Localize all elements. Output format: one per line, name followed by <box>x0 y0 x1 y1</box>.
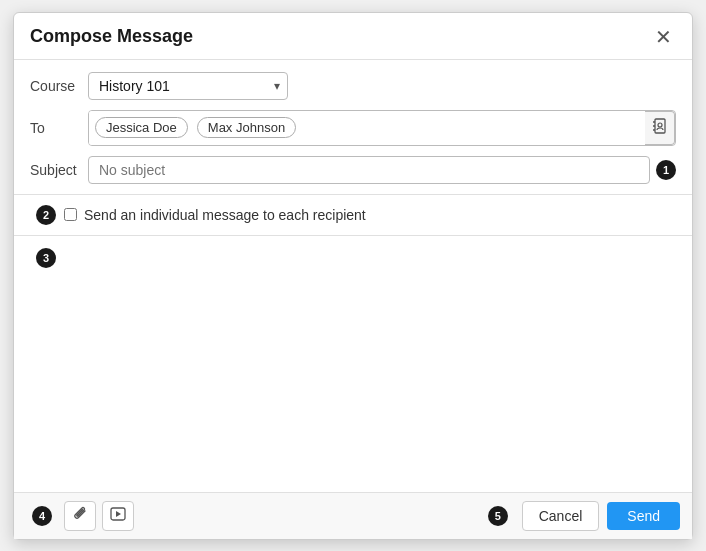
close-button[interactable]: ✕ <box>651 25 676 49</box>
dialog-title: Compose Message <box>30 26 193 47</box>
badge-3: 3 <box>36 248 56 268</box>
subject-input-wrapper: 1 <box>88 156 676 184</box>
form-section: Course History 101 Math 201 English 301 … <box>14 60 692 195</box>
badge-1: 1 <box>656 160 676 180</box>
individual-message-row: 2 Send an individual message to each rec… <box>14 195 692 236</box>
dialog-header: Compose Message ✕ <box>14 13 692 60</box>
subject-row: Subject 1 <box>30 154 676 186</box>
recipient-tag-jessica[interactable]: Jessica Doe <box>95 117 188 138</box>
svg-rect-0 <box>655 119 665 133</box>
footer-right: 5 Cancel Send <box>482 501 680 531</box>
send-button[interactable]: Send <box>607 502 680 530</box>
message-body: 3 <box>14 236 692 492</box>
badge-5: 5 <box>488 506 508 526</box>
address-book-button[interactable] <box>645 111 675 145</box>
message-textarea[interactable] <box>30 248 676 480</box>
address-book-icon <box>652 118 668 137</box>
individual-message-label[interactable]: Send an individual message to each recip… <box>64 207 366 223</box>
to-field-wrapper: Jessica Doe Max Johnson <box>88 110 676 146</box>
to-label: To <box>30 120 88 136</box>
course-row: Course History 101 Math 201 English 301 <box>30 70 676 102</box>
footer-left: 4 <box>26 501 134 531</box>
subject-label: Subject <box>30 162 88 178</box>
individual-message-checkbox[interactable] <box>64 208 77 221</box>
attachment-icon <box>73 506 87 525</box>
media-button[interactable] <box>102 501 134 531</box>
svg-point-4 <box>658 123 662 127</box>
course-select-wrapper: History 101 Math 201 English 301 <box>88 72 288 100</box>
badge-4: 4 <box>32 506 52 526</box>
course-dropdown[interactable]: History 101 Math 201 English 301 <box>88 72 288 100</box>
cancel-button[interactable]: Cancel <box>522 501 600 531</box>
subject-input[interactable] <box>88 156 650 184</box>
course-label: Course <box>30 78 88 94</box>
svg-marker-6 <box>116 511 121 517</box>
compose-message-dialog: Compose Message ✕ Course History 101 Mat… <box>13 12 693 540</box>
badge-2: 2 <box>36 205 56 225</box>
recipient-tag-max[interactable]: Max Johnson <box>197 117 296 138</box>
dialog-footer: 4 5 Cancel Send <box>14 492 692 539</box>
to-row: To Jessica Doe Max Johnson <box>30 110 676 146</box>
to-input-area[interactable]: Jessica Doe Max Johnson <box>89 111 645 145</box>
attachment-button[interactable] <box>64 501 96 531</box>
media-icon <box>110 507 126 524</box>
